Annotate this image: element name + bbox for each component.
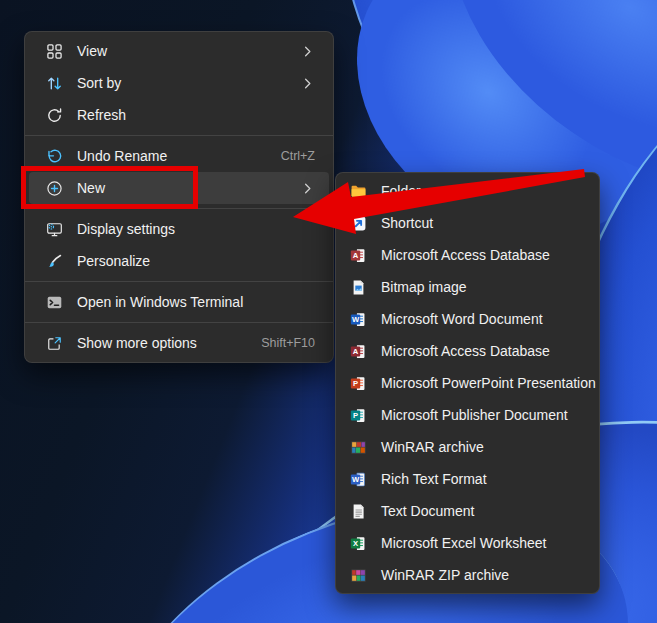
svg-text:X: X bbox=[352, 539, 358, 548]
menu-item-microsoft-access-database[interactable]: AMicrosoft Access Database bbox=[340, 335, 595, 367]
menu-item-label: Sort by bbox=[77, 75, 121, 91]
desktop: ViewSort byRefreshUndo RenameCtrl+ZNewDi… bbox=[0, 0, 657, 623]
menu-item-label: Refresh bbox=[77, 107, 126, 123]
text-document-icon bbox=[349, 502, 367, 520]
shortcut-hint: Shift+F10 bbox=[261, 336, 315, 350]
menu-item-text-document[interactable]: Text Document bbox=[340, 495, 595, 527]
menu-item-sort-by[interactable]: Sort by bbox=[29, 67, 329, 99]
menu-item-label: Microsoft Access Database bbox=[381, 343, 550, 359]
menu-item-label: Microsoft Word Document bbox=[381, 311, 543, 327]
undo-icon bbox=[45, 147, 63, 165]
svg-text:A: A bbox=[352, 251, 358, 260]
terminal-icon bbox=[45, 293, 63, 311]
shortcut-icon bbox=[349, 214, 367, 232]
menu-item-display-settings[interactable]: Display settings bbox=[29, 213, 329, 245]
menu-item-label: Microsoft Excel Worksheet bbox=[381, 535, 546, 551]
bitmap-image-icon bbox=[349, 278, 367, 296]
winrar-zip-icon bbox=[349, 566, 367, 584]
sort-by-icon bbox=[45, 74, 63, 92]
display-settings-icon bbox=[45, 220, 63, 238]
menu-item-label: Display settings bbox=[77, 221, 175, 237]
menu-item-label: Microsoft Publisher Document bbox=[381, 407, 568, 423]
publisher-icon: P bbox=[349, 406, 367, 424]
menu-separator bbox=[25, 281, 333, 282]
menu-separator bbox=[25, 322, 333, 323]
menu-item-microsoft-powerpoint-presentation[interactable]: PMicrosoft PowerPoint Presentation bbox=[340, 367, 595, 399]
svg-text:W: W bbox=[351, 315, 359, 324]
excel-worksheet-icon: X bbox=[349, 534, 367, 552]
menu-item-microsoft-excel-worksheet[interactable]: XMicrosoft Excel Worksheet bbox=[340, 527, 595, 559]
svg-text:A: A bbox=[352, 347, 358, 356]
menu-item-label: Shortcut bbox=[381, 215, 433, 231]
menu-item-new[interactable]: New bbox=[29, 172, 329, 204]
menu-item-label: New bbox=[77, 180, 105, 196]
new-item-icon bbox=[45, 179, 63, 197]
menu-item-label: Personalize bbox=[77, 253, 150, 269]
menu-item-label: Folder bbox=[381, 183, 421, 199]
menu-item-rich-text-format[interactable]: WRich Text Format bbox=[340, 463, 595, 495]
menu-item-undo-rename[interactable]: Undo RenameCtrl+Z bbox=[29, 140, 329, 172]
menu-item-shortcut[interactable]: Shortcut bbox=[340, 207, 595, 239]
new-submenu: FolderShortcutAMicrosoft Access Database… bbox=[335, 172, 600, 594]
menu-item-winrar-archive[interactable]: WinRAR archive bbox=[340, 431, 595, 463]
menu-item-personalize[interactable]: Personalize bbox=[29, 245, 329, 277]
menu-item-microsoft-access-database[interactable]: AMicrosoft Access Database bbox=[340, 239, 595, 271]
rich-text-icon: W bbox=[349, 470, 367, 488]
menu-item-label: Microsoft PowerPoint Presentation bbox=[381, 375, 596, 391]
shortcut-hint: Ctrl+Z bbox=[281, 149, 315, 163]
powerpoint-icon: P bbox=[349, 374, 367, 392]
menu-separator bbox=[25, 135, 333, 136]
svg-text:W: W bbox=[351, 475, 359, 484]
folder-icon bbox=[349, 182, 367, 200]
access-database-alt-icon: A bbox=[349, 342, 367, 360]
word-document-icon: W bbox=[349, 310, 367, 328]
menu-item-folder[interactable]: Folder bbox=[340, 175, 595, 207]
chevron-right-icon bbox=[300, 76, 315, 91]
svg-text:P: P bbox=[352, 411, 357, 420]
winrar-archive-icon bbox=[349, 438, 367, 456]
personalize-icon bbox=[45, 252, 63, 270]
menu-item-refresh[interactable]: Refresh bbox=[29, 99, 329, 131]
menu-item-label: Bitmap image bbox=[381, 279, 467, 295]
menu-item-label: Microsoft Access Database bbox=[381, 247, 550, 263]
menu-item-winrar-zip-archive[interactable]: WinRAR ZIP archive bbox=[340, 559, 595, 591]
menu-item-label: WinRAR ZIP archive bbox=[381, 567, 509, 583]
chevron-right-icon bbox=[300, 44, 315, 59]
access-database-icon: A bbox=[349, 246, 367, 264]
menu-item-bitmap-image[interactable]: Bitmap image bbox=[340, 271, 595, 303]
menu-item-label: View bbox=[77, 43, 107, 59]
menu-item-microsoft-publisher-document[interactable]: PMicrosoft Publisher Document bbox=[340, 399, 595, 431]
menu-item-label: WinRAR archive bbox=[381, 439, 484, 455]
show-more-options-icon bbox=[45, 334, 63, 352]
chevron-right-icon bbox=[300, 181, 315, 196]
menu-item-label: Show more options bbox=[77, 335, 197, 351]
context-menu: ViewSort byRefreshUndo RenameCtrl+ZNewDi… bbox=[24, 31, 334, 363]
menu-item-show-more-options[interactable]: Show more optionsShift+F10 bbox=[29, 327, 329, 359]
menu-item-label: Rich Text Format bbox=[381, 471, 487, 487]
view-grid-icon bbox=[45, 42, 63, 60]
menu-item-view[interactable]: View bbox=[29, 35, 329, 67]
menu-item-label: Text Document bbox=[381, 503, 474, 519]
svg-text:P: P bbox=[352, 379, 357, 388]
refresh-icon bbox=[45, 106, 63, 124]
menu-item-label: Undo Rename bbox=[77, 148, 167, 164]
menu-item-label: Open in Windows Terminal bbox=[77, 294, 243, 310]
menu-separator bbox=[25, 208, 333, 209]
menu-item-microsoft-word-document[interactable]: WMicrosoft Word Document bbox=[340, 303, 595, 335]
menu-item-open-in-windows-terminal[interactable]: Open in Windows Terminal bbox=[29, 286, 329, 318]
